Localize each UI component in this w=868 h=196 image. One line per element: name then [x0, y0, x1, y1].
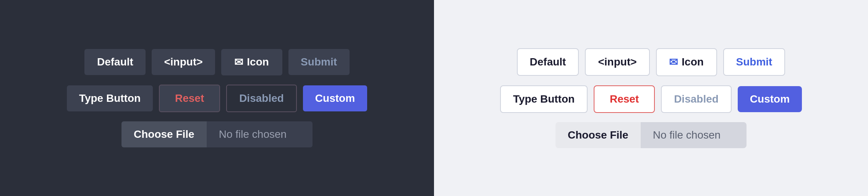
light-icon-button[interactable]: ✉ Icon — [656, 48, 717, 76]
dark-disabled-button[interactable]: Disabled — [226, 85, 297, 112]
mail-icon: ✉ — [234, 56, 243, 69]
mail-icon-light: ✉ — [669, 56, 678, 69]
light-submit-button[interactable]: Submit — [723, 48, 785, 76]
light-type-label: Type Button — [513, 93, 575, 105]
light-input-button[interactable]: <input> — [585, 48, 649, 76]
dark-choose-file-button[interactable]: Choose File — [121, 121, 207, 147]
dark-reset-button[interactable]: Reset — [159, 85, 220, 112]
dark-choose-file-label: Choose File — [134, 128, 194, 140]
light-file-input[interactable]: Choose File No file chosen — [555, 122, 747, 148]
dark-input-button[interactable]: <input> — [152, 49, 215, 75]
light-reset-label: Reset — [610, 93, 639, 105]
dark-submit-label: Submit — [301, 56, 337, 68]
dark-row-1: Default <input> ✉ Icon Submit — [84, 49, 349, 75]
light-input-label: <input> — [598, 56, 636, 68]
dark-input-label: <input> — [164, 56, 202, 68]
light-default-label: Default — [530, 56, 566, 68]
light-row-2: Type Button Reset Disabled Custom — [500, 85, 802, 113]
light-type-button[interactable]: Type Button — [500, 85, 588, 113]
dark-type-label: Type Button — [79, 92, 141, 105]
light-default-button[interactable]: Default — [517, 48, 579, 76]
dark-reset-label: Reset — [175, 92, 204, 105]
light-reset-button[interactable]: Reset — [594, 85, 655, 113]
light-panel: Default <input> ✉ Icon Submit Type Butto… — [434, 0, 868, 196]
light-icon-label: Icon — [682, 56, 704, 68]
dark-icon-button[interactable]: ✉ Icon — [221, 49, 282, 75]
dark-type-button[interactable]: Type Button — [67, 85, 153, 111]
light-custom-button[interactable]: Custom — [738, 86, 802, 112]
dark-file-input[interactable]: Choose File No file chosen — [121, 121, 313, 147]
dark-submit-button[interactable]: Submit — [288, 49, 350, 75]
light-custom-label: Custom — [750, 93, 790, 105]
light-choose-file-button[interactable]: Choose File — [555, 122, 641, 148]
light-disabled-button[interactable]: Disabled — [661, 85, 732, 113]
light-choose-file-label: Choose File — [568, 129, 628, 141]
light-disabled-label: Disabled — [674, 93, 719, 105]
dark-row-2: Type Button Reset Disabled Custom — [67, 85, 367, 112]
dark-disabled-label: Disabled — [239, 92, 284, 105]
dark-custom-button[interactable]: Custom — [303, 85, 367, 111]
light-no-file-label: No file chosen — [641, 122, 747, 148]
dark-custom-label: Custom — [315, 92, 355, 105]
dark-no-file-label: No file chosen — [207, 121, 313, 147]
light-row-1: Default <input> ✉ Icon Submit — [517, 48, 785, 76]
dark-icon-label: Icon — [247, 56, 269, 68]
dark-default-label: Default — [97, 56, 133, 68]
dark-default-button[interactable]: Default — [84, 49, 146, 75]
light-submit-label: Submit — [736, 56, 772, 68]
dark-panel: Default <input> ✉ Icon Submit Type Butto… — [0, 0, 434, 196]
